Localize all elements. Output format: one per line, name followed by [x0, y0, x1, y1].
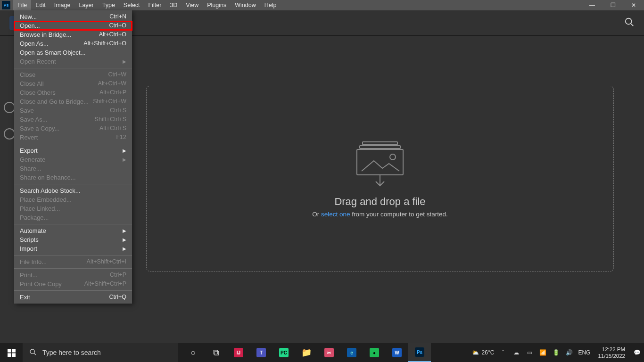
svg-point-0 [626, 18, 632, 24]
notifications-icon[interactable]: 💬 [633, 349, 641, 356]
menu-item-shortcut: Alt+Ctrl+S [99, 124, 126, 133]
svg-rect-8 [12, 349, 16, 353]
weather-widget[interactable]: ⛅ 26°C [472, 349, 495, 356]
tray-chevron-icon[interactable]: ˄ [499, 349, 507, 356]
menu-type[interactable]: Type [98, 0, 119, 10]
taskbar-search[interactable]: Type here to search [23, 343, 178, 362]
submenu-arrow-icon: ▶ [123, 244, 126, 253]
menu-item-label: Close All [20, 79, 44, 88]
menu-item-label: Scripts [20, 235, 39, 244]
file-menu-item-open[interactable]: Open...Ctrl+O [14, 21, 132, 30]
menu-item-shortcut: Ctrl+N [109, 12, 126, 21]
menu-item-label: Generate [20, 155, 45, 164]
file-menu-item-print-one-copy: Print One CopyAlt+Shift+Ctrl+P [14, 280, 132, 288]
meet-now-icon[interactable]: ▭ [525, 349, 534, 356]
file-menu-item-open-as[interactable]: Open As...Alt+Shift+Ctrl+O [14, 39, 132, 48]
file-menu-item-scripts[interactable]: Scripts▶ [14, 235, 132, 244]
menu-item-label: Open... [20, 21, 40, 30]
menu-item-label: Exit [20, 293, 30, 302]
file-menu[interactable]: New...Ctrl+NOpen...Ctrl+OBrowse in Bridg… [14, 10, 132, 304]
menu-image[interactable]: Image [50, 0, 75, 10]
svg-rect-3 [360, 146, 400, 148]
language-indicator[interactable]: ENG [578, 349, 590, 356]
sidebar-circle-icon[interactable] [4, 128, 15, 140]
task-view-icon[interactable]: ⧉ [205, 343, 227, 362]
photoshop-icon[interactable]: Ps [408, 343, 431, 362]
file-menu-item-open-as-smart-object[interactable]: Open as Smart Object... [14, 48, 132, 57]
file-menu-item-generate: Generate▶ [14, 155, 132, 164]
menu-item-shortcut: F12 [116, 133, 126, 142]
start-button[interactable] [0, 343, 23, 362]
file-menu-item-new[interactable]: New...Ctrl+N [14, 12, 132, 21]
menu-item-label: Place Linked... [20, 204, 60, 213]
select-file-link[interactable]: select one [321, 211, 350, 218]
svg-point-11 [30, 349, 34, 354]
file-menu-item-exit[interactable]: ExitCtrl+Q [14, 293, 132, 302]
edge-icon[interactable]: e [340, 343, 363, 362]
menu-file[interactable]: File [13, 0, 31, 10]
menu-item-label: Revert [20, 133, 38, 142]
close-button[interactable]: ✕ [623, 0, 644, 10]
file-menu-item-file-info: File Info...Alt+Shift+Ctrl+I [14, 257, 132, 266]
menu-item-label: Print... [20, 271, 38, 280]
cortana-icon[interactable]: ○ [182, 343, 205, 362]
file-menu-item-print: Print...Ctrl+P [14, 271, 132, 280]
submenu-arrow-icon: ▶ [123, 226, 126, 235]
intellij-icon[interactable]: IJ [227, 343, 250, 362]
pycharm-icon[interactable]: PC [272, 343, 295, 362]
menu-item-label: Automate [20, 226, 46, 235]
svg-rect-4 [357, 149, 403, 175]
taskbar: Type here to search ○⧉IJTPC📁✂e●WPs ⛅ 26°… [0, 343, 644, 362]
menu-item-label: Share... [20, 164, 41, 173]
menu-select[interactable]: Select [119, 0, 144, 10]
menu-item-label: Close [20, 70, 35, 79]
word-icon[interactable]: W [386, 343, 408, 362]
menu-item-shortcut: Shift+Ctrl+W [93, 97, 126, 106]
menu-separator [14, 68, 132, 68]
snip-icon[interactable]: ✂ [318, 343, 340, 362]
menu-edit[interactable]: Edit [31, 0, 50, 10]
volume-icon[interactable]: 🔊 [565, 349, 573, 356]
menu-item-label: Open as Smart Object... [20, 48, 85, 57]
menu-item-label: Print One Copy [20, 280, 62, 288]
file-menu-item-browse-in-bridge[interactable]: Browse in Bridge...Alt+Ctrl+O [14, 30, 132, 39]
weather-temp: 26°C [482, 349, 495, 356]
maximize-button[interactable]: ❐ [603, 0, 623, 10]
file-explorer-icon[interactable]: 📁 [295, 343, 318, 362]
file-menu-item-save: SaveCtrl+S [14, 106, 132, 115]
system-tray: ⛅ 26°C ˄ ☁ ▭ 📶 🔋 🔊 ENG 12:22 PM 11/15/20… [469, 346, 644, 359]
menu-separator [14, 290, 132, 291]
svg-rect-9 [8, 353, 11, 357]
file-menu-item-revert: RevertF12 [14, 133, 132, 142]
menu-plugins[interactable]: Plugins [203, 0, 231, 10]
file-menu-item-close-all: Close AllAlt+Ctrl+W [14, 79, 132, 88]
menu-item-shortcut: Shift+Ctrl+S [95, 115, 126, 124]
file-menu-item-package: Package... [14, 213, 132, 222]
sidebar-circle-icon[interactable] [4, 102, 15, 113]
menu-3d[interactable]: 3D [165, 0, 182, 10]
file-menu-item-place-linked: Place Linked... [14, 204, 132, 213]
svg-rect-10 [12, 353, 16, 357]
menu-filter[interactable]: Filter [144, 0, 166, 10]
spotify-icon[interactable]: ● [363, 343, 386, 362]
file-menu-item-search-adobe-stock[interactable]: Search Adobe Stock... [14, 186, 132, 195]
file-menu-item-import[interactable]: Import▶ [14, 244, 132, 253]
minimize-button[interactable]: — [582, 0, 603, 10]
menu-layer[interactable]: Layer [74, 0, 98, 10]
menu-window[interactable]: Window [231, 0, 260, 10]
file-menu-item-export[interactable]: Export▶ [14, 146, 132, 155]
onedrive-icon[interactable]: ☁ [512, 349, 520, 356]
file-menu-item-share: Share... [14, 164, 132, 173]
drop-zone[interactable]: Drag and drop a file Or select one from … [146, 86, 614, 272]
menu-item-label: Open Recent [20, 57, 56, 66]
clock[interactable]: 12:22 PM 11/15/2022 [595, 346, 628, 359]
menu-item-shortcut: Alt+Shift+Ctrl+I [87, 257, 126, 266]
taskbar-search-placeholder: Type here to search [42, 349, 101, 356]
battery-icon[interactable]: 🔋 [552, 349, 560, 356]
menu-view[interactable]: View [182, 0, 203, 10]
search-icon[interactable] [624, 17, 635, 29]
wifi-icon[interactable]: 📶 [538, 349, 547, 356]
menu-help[interactable]: Help [260, 0, 281, 10]
file-menu-item-automate[interactable]: Automate▶ [14, 226, 132, 235]
teams-icon[interactable]: T [250, 343, 272, 362]
